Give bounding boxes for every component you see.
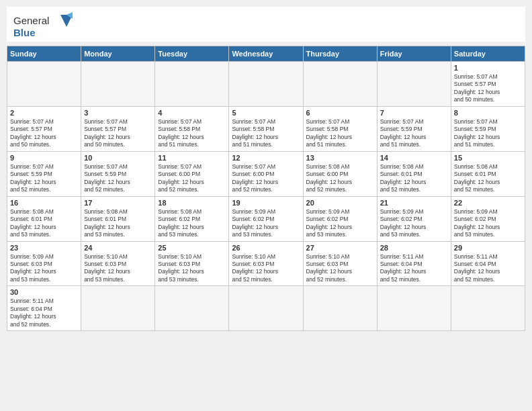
svg-text:Blue: Blue [13, 27, 36, 38]
day-info: Sunrise: 5:08 AMSunset: 6:00 PMDaylight:… [306, 163, 374, 194]
calendar-cell [377, 286, 451, 331]
day-number: 8 [454, 109, 522, 117]
calendar-cell: 13Sunrise: 5:08 AMSunset: 6:00 PMDayligh… [303, 151, 377, 196]
calendar-cell: 24Sunrise: 5:10 AMSunset: 6:03 PMDayligh… [81, 241, 155, 286]
calendar-cell [377, 62, 451, 107]
weekday-header-monday: Monday [81, 46, 155, 62]
day-info: Sunrise: 5:10 AMSunset: 6:03 PMDaylight:… [158, 253, 226, 284]
generalblue-logo-icon: GeneralBlue [13, 12, 74, 39]
day-info: Sunrise: 5:11 AMSunset: 6:04 PMDaylight:… [10, 298, 78, 328]
calendar-cell: 18Sunrise: 5:08 AMSunset: 6:02 PMDayligh… [155, 196, 229, 241]
day-number: 22 [454, 199, 522, 207]
day-info: Sunrise: 5:09 AMSunset: 6:03 PMDaylight:… [10, 253, 78, 284]
day-number: 18 [158, 199, 226, 207]
calendar-cell: 6Sunrise: 5:07 AMSunset: 5:58 PMDaylight… [303, 106, 377, 151]
day-info: Sunrise: 5:09 AMSunset: 6:02 PMDaylight:… [454, 208, 522, 239]
calendar-cell: 20Sunrise: 5:09 AMSunset: 6:02 PMDayligh… [303, 196, 377, 241]
calendar-cell: 16Sunrise: 5:08 AMSunset: 6:01 PMDayligh… [7, 196, 81, 241]
day-info: Sunrise: 5:07 AMSunset: 6:00 PMDaylight:… [158, 163, 226, 194]
day-info: Sunrise: 5:07 AMSunset: 6:00 PMDaylight:… [232, 163, 300, 194]
day-info: Sunrise: 5:07 AMSunset: 5:59 PMDaylight:… [454, 118, 522, 149]
day-info: Sunrise: 5:09 AMSunset: 6:02 PMDaylight:… [380, 208, 448, 239]
day-info: Sunrise: 5:07 AMSunset: 5:58 PMDaylight:… [306, 118, 374, 149]
calendar-cell [81, 286, 155, 331]
day-number: 26 [232, 244, 300, 252]
calendar-week-row: 16Sunrise: 5:08 AMSunset: 6:01 PMDayligh… [7, 196, 525, 241]
calendar-cell [303, 62, 377, 107]
day-number: 19 [232, 199, 300, 207]
calendar-cell: 2Sunrise: 5:07 AMSunset: 5:57 PMDaylight… [7, 106, 81, 151]
calendar-cell [229, 286, 303, 331]
calendar-cell [155, 62, 229, 107]
day-number: 9 [10, 154, 78, 162]
calendar-cell: 21Sunrise: 5:09 AMSunset: 6:02 PMDayligh… [377, 196, 451, 241]
day-info: Sunrise: 5:09 AMSunset: 6:02 PMDaylight:… [232, 208, 300, 239]
calendar-cell [229, 62, 303, 107]
weekday-header-thursday: Thursday [303, 46, 377, 62]
calendar-header: SundayMondayTuesdayWednesdayThursdayFrid… [7, 46, 525, 62]
calendar-cell: 27Sunrise: 5:10 AMSunset: 6:03 PMDayligh… [303, 241, 377, 286]
day-number: 30 [10, 288, 78, 296]
day-info: Sunrise: 5:08 AMSunset: 6:01 PMDaylight:… [380, 163, 448, 194]
day-number: 11 [158, 154, 226, 162]
svg-text:General: General [13, 15, 49, 26]
day-info: Sunrise: 5:08 AMSunset: 6:01 PMDaylight:… [84, 208, 152, 239]
day-info: Sunrise: 5:07 AMSunset: 5:57 PMDaylight:… [454, 73, 522, 104]
day-number: 27 [306, 244, 374, 252]
calendar-week-row: 9Sunrise: 5:07 AMSunset: 5:59 PMDaylight… [7, 151, 525, 196]
weekday-header-tuesday: Tuesday [155, 46, 229, 62]
day-info: Sunrise: 5:07 AMSunset: 5:57 PMDaylight:… [84, 118, 152, 149]
calendar-cell [155, 286, 229, 331]
day-info: Sunrise: 5:09 AMSunset: 6:02 PMDaylight:… [306, 208, 374, 239]
day-number: 29 [454, 244, 522, 252]
calendar-cell: 29Sunrise: 5:11 AMSunset: 6:04 PMDayligh… [451, 241, 525, 286]
weekday-header-wednesday: Wednesday [229, 46, 303, 62]
calendar-cell [303, 286, 377, 331]
calendar-week-row: 23Sunrise: 5:09 AMSunset: 6:03 PMDayligh… [7, 241, 525, 286]
calendar-cell [7, 62, 81, 107]
day-info: Sunrise: 5:11 AMSunset: 6:04 PMDaylight:… [454, 253, 522, 284]
day-info: Sunrise: 5:07 AMSunset: 5:58 PMDaylight:… [158, 118, 226, 149]
calendar-cell: 19Sunrise: 5:09 AMSunset: 6:02 PMDayligh… [229, 196, 303, 241]
calendar-cell: 5Sunrise: 5:07 AMSunset: 5:58 PMDaylight… [229, 106, 303, 151]
calendar-cell: 7Sunrise: 5:07 AMSunset: 5:59 PMDaylight… [377, 106, 451, 151]
day-info: Sunrise: 5:11 AMSunset: 6:04 PMDaylight:… [380, 253, 448, 284]
day-number: 3 [84, 109, 152, 117]
day-info: Sunrise: 5:07 AMSunset: 5:59 PMDaylight:… [380, 118, 448, 149]
day-info: Sunrise: 5:10 AMSunset: 6:03 PMDaylight:… [232, 253, 300, 284]
calendar-cell: 23Sunrise: 5:09 AMSunset: 6:03 PMDayligh… [7, 241, 81, 286]
day-number: 6 [306, 109, 374, 117]
day-info: Sunrise: 5:08 AMSunset: 6:02 PMDaylight:… [158, 208, 226, 239]
weekday-header-row: SundayMondayTuesdayWednesdayThursdayFrid… [7, 46, 525, 62]
calendar-cell: 26Sunrise: 5:10 AMSunset: 6:03 PMDayligh… [229, 241, 303, 286]
day-number: 21 [380, 199, 448, 207]
header: GeneralBlue [7, 7, 525, 42]
day-info: Sunrise: 5:07 AMSunset: 5:59 PMDaylight:… [10, 163, 78, 194]
day-info: Sunrise: 5:10 AMSunset: 6:03 PMDaylight:… [84, 253, 152, 284]
day-number: 1 [454, 64, 522, 72]
day-number: 12 [232, 154, 300, 162]
calendar-cell: 1Sunrise: 5:07 AMSunset: 5:57 PMDaylight… [451, 62, 525, 107]
calendar-cell: 28Sunrise: 5:11 AMSunset: 6:04 PMDayligh… [377, 241, 451, 286]
calendar-cell: 15Sunrise: 5:08 AMSunset: 6:01 PMDayligh… [451, 151, 525, 196]
calendar-cell: 17Sunrise: 5:08 AMSunset: 6:01 PMDayligh… [81, 196, 155, 241]
day-number: 25 [158, 244, 226, 252]
day-number: 4 [158, 109, 226, 117]
calendar-cell [451, 286, 525, 331]
day-number: 7 [380, 109, 448, 117]
calendar-cell: 10Sunrise: 5:07 AMSunset: 5:59 PMDayligh… [81, 151, 155, 196]
calendar-cell: 22Sunrise: 5:09 AMSunset: 6:02 PMDayligh… [451, 196, 525, 241]
day-number: 14 [380, 154, 448, 162]
day-info: Sunrise: 5:08 AMSunset: 6:01 PMDaylight:… [10, 208, 78, 239]
day-number: 28 [380, 244, 448, 252]
day-number: 5 [232, 109, 300, 117]
calendar-cell: 4Sunrise: 5:07 AMSunset: 5:58 PMDaylight… [155, 106, 229, 151]
calendar-cell: 11Sunrise: 5:07 AMSunset: 6:00 PMDayligh… [155, 151, 229, 196]
calendar-cell [81, 62, 155, 107]
logo: GeneralBlue [13, 12, 74, 39]
calendar-week-row: 2Sunrise: 5:07 AMSunset: 5:57 PMDaylight… [7, 106, 525, 151]
day-info: Sunrise: 5:10 AMSunset: 6:03 PMDaylight:… [306, 253, 374, 284]
calendar-table: SundayMondayTuesdayWednesdayThursdayFrid… [7, 46, 525, 331]
day-number: 10 [84, 154, 152, 162]
day-number: 24 [84, 244, 152, 252]
